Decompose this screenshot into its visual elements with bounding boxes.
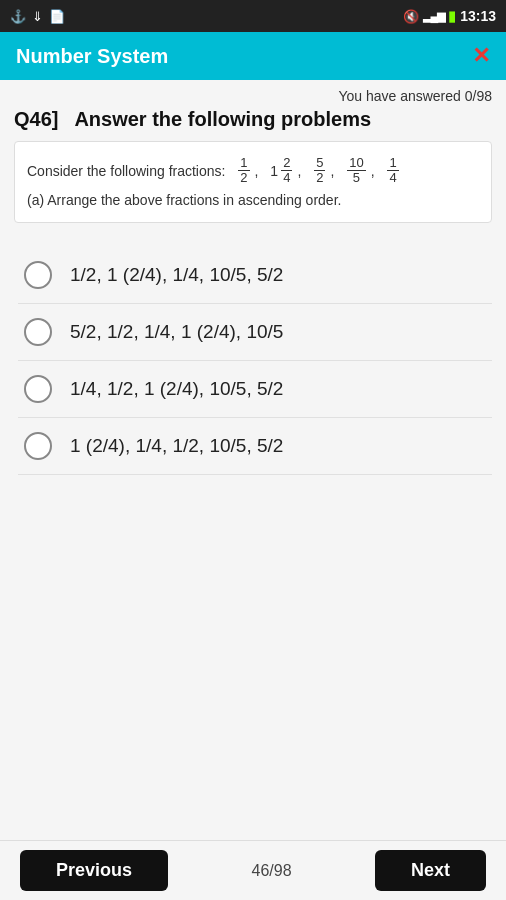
option-3-text: 1/4, 1/2, 1 (2/4), 10/5, 5/2 <box>70 378 283 400</box>
options-container: 1/2, 1 (2/4), 1/4, 10/5, 5/2 5/2, 1/2, 1… <box>14 241 492 475</box>
next-button[interactable]: Next <box>375 850 486 891</box>
time-display: 13:13 <box>460 8 496 24</box>
question-card: Consider the following fractions: 1 2 , … <box>14 141 492 223</box>
question-number: Q46] <box>14 108 58 130</box>
radio-4[interactable] <box>24 432 52 460</box>
answer-status: You have answered 0/98 <box>14 88 492 104</box>
fraction-1-2: 1 2 <box>238 156 249 186</box>
bottom-navigation: Previous 46/98 Next <box>0 840 506 900</box>
fractions-line: Consider the following fractions: 1 2 , … <box>27 156 479 186</box>
title-bar: Number System ✕ <box>0 32 506 80</box>
battery-icon: ▮ <box>448 8 456 24</box>
status-bar: ⚓ ⇓ 📄 🔇 ▂▄▆ ▮ 13:13 <box>0 0 506 32</box>
option-3[interactable]: 1/4, 1/2, 1 (2/4), 10/5, 5/2 <box>18 361 492 418</box>
file-icon: 📄 <box>49 9 65 24</box>
sub-question: (a) Arrange the above fractions in ascen… <box>27 192 479 208</box>
option-2-text: 5/2, 1/2, 1/4, 1 (2/4), 10/5 <box>70 321 283 343</box>
mixed-1-2-4: 1 2 4 <box>270 156 293 186</box>
option-2[interactable]: 5/2, 1/2, 1/4, 1 (2/4), 10/5 <box>18 304 492 361</box>
radio-3[interactable] <box>24 375 52 403</box>
fraction-5-2: 5 2 <box>314 156 325 186</box>
option-1-text: 1/2, 1 (2/4), 1/4, 10/5, 5/2 <box>70 264 283 286</box>
close-button[interactable]: ✕ <box>472 43 490 69</box>
radio-1[interactable] <box>24 261 52 289</box>
app-title: Number System <box>16 45 168 68</box>
option-4-text: 1 (2/4), 1/4, 1/2, 10/5, 5/2 <box>70 435 283 457</box>
option-1[interactable]: 1/2, 1 (2/4), 1/4, 10/5, 5/2 <box>18 247 492 304</box>
signal-icon: ▂▄▆ <box>423 10 444 23</box>
status-icons-left: ⚓ ⇓ 📄 <box>10 9 65 24</box>
mute-icon: 🔇 <box>403 9 419 24</box>
fraction-10-5: 10 5 <box>347 156 365 186</box>
previous-button[interactable]: Previous <box>20 850 168 891</box>
usb-icon: ⚓ <box>10 9 26 24</box>
intro-text: Consider the following fractions: <box>27 163 225 179</box>
radio-2[interactable] <box>24 318 52 346</box>
page-indicator: 46/98 <box>251 862 291 880</box>
option-4[interactable]: 1 (2/4), 1/4, 1/2, 10/5, 5/2 <box>18 418 492 475</box>
download-icon: ⇓ <box>32 9 43 24</box>
fraction-1-4: 1 4 <box>387 156 398 186</box>
status-icons-right: 🔇 ▂▄▆ ▮ 13:13 <box>403 8 496 24</box>
question-title: Q46] Answer the following problems <box>14 108 492 131</box>
question-text: Answer the following problems <box>74 108 371 130</box>
main-content: You have answered 0/98 Q46] Answer the f… <box>0 80 506 840</box>
